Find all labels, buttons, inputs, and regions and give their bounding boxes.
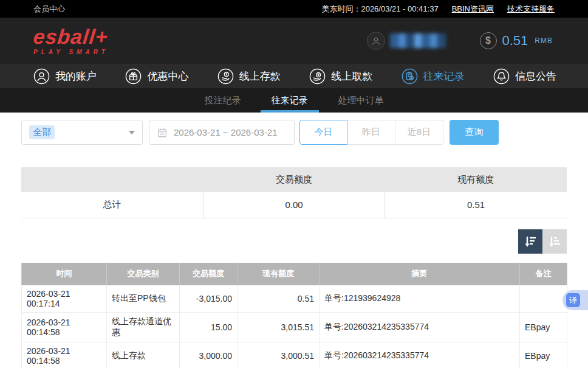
category-selected-value: 全部 [29,125,55,139]
translate-icon: 译 [566,293,580,307]
nav-label: 往来记录 [423,69,465,83]
server-time: 美东时间：2026/03/21 - 00:41:37 [321,4,438,15]
col-summary: 摘要 [320,263,520,285]
content-area: 全部 2026-03-21 ~ 2026-03-21 今日 昨日 近8日 查询 … [0,113,588,368]
nav-item-promotions[interactable]: 优惠中心 [125,68,188,85]
main-nav: 我的账户 优惠中心 线上存款 线上取款 往来记录 信息公告 [0,64,588,88]
withdraw-icon [309,68,326,85]
username-blurred [390,33,446,48]
summary-header-transaction: 交易额度 [203,167,385,192]
user-avatar-icon [371,35,381,46]
table-row: 2026-03-21 00:17:14 转出至PP钱包 -3,015.00 0.… [22,285,567,313]
cell-time: 2026-03-21 00:14:58 [22,342,107,368]
summary-transaction-total: 0.00 [203,192,385,218]
user-account[interactable] [367,32,446,50]
deposit-icon [217,68,234,85]
site-header: esball+ PLAY SMART $ 0.51 RMB [0,18,588,64]
sub-nav: 投注纪录 往来记录 处理中订单 [0,88,588,113]
nav-label: 线上存款 [239,69,281,83]
balance-display[interactable]: $ 0.51 RMB [480,32,553,49]
summary-balance-total: 0.51 [385,192,567,218]
today-button[interactable]: 今日 [299,120,347,145]
cell-summary: 单号:202603214235335774 [320,312,520,342]
cell-summary: 单号:121939624928 [320,285,520,313]
sort-controls [21,229,567,254]
summary-header-empty [21,167,203,192]
cell-balance: 0.51 [238,285,320,313]
summary-header-balance: 现有额度 [385,167,567,192]
search-button[interactable]: 查询 [450,120,499,145]
tech-support-link[interactable]: 技术支持服务 [507,4,555,15]
cell-time: 2026-03-21 00:14:58 [22,312,107,342]
cell-balance: 3,000.51 [238,342,320,368]
gift-icon [125,68,142,85]
records-icon [402,68,418,85]
caret-down-icon [129,131,135,134]
summary-total-label: 总计 [21,192,203,218]
tab-pending-orders[interactable]: 处理中订单 [335,88,388,113]
cell-type: 线上存款 [107,342,180,368]
cell-remark: EBpay [520,312,567,342]
sort-asc-icon [547,234,562,249]
cell-remark: EBpay [520,342,567,368]
nav-item-announcements[interactable]: 信息公告 [493,68,556,85]
date-range-value: 2026-03-21 ~ 2026-03-21 [174,127,278,137]
nav-item-transaction-records[interactable]: 往来记录 [402,68,465,85]
col-balance: 现有额度 [238,263,320,285]
cell-type: 线上存款通道优惠 [107,312,180,342]
nav-label: 信息公告 [515,69,556,83]
logo-plus: + [94,25,109,48]
nav-label: 线上取款 [331,69,372,83]
translate-button[interactable]: 译 [562,290,588,310]
sort-descending-button[interactable] [518,229,542,254]
quick-date-group: 今日 昨日 近8日 [299,120,443,145]
cell-summary: 单号:202603214235335774 [320,342,520,368]
transactions-header-row: 时间 交易类别 交易额度 现有额度 摘要 备注 [22,263,567,285]
yesterday-button[interactable]: 昨日 [347,120,395,145]
calendar-icon [157,127,168,138]
balance-currency: RMB [535,36,553,45]
last-8-days-button[interactable]: 近8日 [395,120,443,145]
nav-label: 优惠中心 [147,69,188,83]
top-bar: 会员中心 美东时间：2026/03/21 - 00:41:37 BBIN资讯网 … [0,0,588,18]
transactions-table: 时间 交易类别 交易额度 现有额度 摘要 备注 2026-03-21 00:17… [21,263,567,368]
cell-amount: 15.00 [180,312,238,342]
dollar-circle-icon: $ [480,32,497,49]
avatar [367,32,385,50]
balance-amount: 0.51 [502,33,528,49]
cell-balance: 3,015.51 [238,312,320,342]
cell-type: 转出至PP钱包 [107,285,180,313]
col-type: 交易类别 [107,263,180,285]
logo-text: esball [32,25,97,48]
sort-desc-icon [523,234,538,249]
user-icon [33,68,50,85]
date-range-input[interactable]: 2026-03-21 ~ 2026-03-21 [149,120,295,145]
nav-item-my-account[interactable]: 我的账户 [33,68,97,85]
member-center-link[interactable]: 会员中心 [33,4,65,15]
col-time: 时间 [22,263,107,285]
col-remark: 备注 [520,263,567,285]
tab-transaction-records[interactable]: 往来记录 [268,88,312,113]
bbin-news-link[interactable]: BBIN资讯网 [452,4,494,15]
bell-icon [493,68,510,85]
nav-label: 我的账户 [55,69,97,83]
cell-amount: 3,000.00 [180,342,238,368]
cell-remark [520,285,567,313]
sort-ascending-button[interactable] [542,229,567,254]
cell-amount: -3,015.00 [180,285,238,313]
logo-tagline: PLAY SMART [33,49,109,55]
table-row: 2026-03-21 00:14:58 线上存款 3,000.00 3,000.… [22,342,567,368]
filter-row: 全部 2026-03-21 ~ 2026-03-21 今日 昨日 近8日 查询 [21,120,567,145]
table-row: 2026-03-21 00:14:58 线上存款通道优惠 15.00 3,015… [22,312,567,342]
nav-item-deposit[interactable]: 线上存款 [217,68,281,85]
nav-item-withdraw[interactable]: 线上取款 [309,68,372,85]
summary-total-row: 总计 0.00 0.51 [21,192,567,218]
tab-betting-records[interactable]: 投注纪录 [201,88,245,113]
category-select[interactable]: 全部 [21,120,143,145]
col-amount: 交易额度 [180,263,238,285]
cell-time: 2026-03-21 00:17:14 [22,285,107,313]
esball-logo[interactable]: esball+ PLAY SMART [33,26,109,55]
summary-table: 交易额度 现有额度 总计 0.00 0.51 [21,167,567,218]
